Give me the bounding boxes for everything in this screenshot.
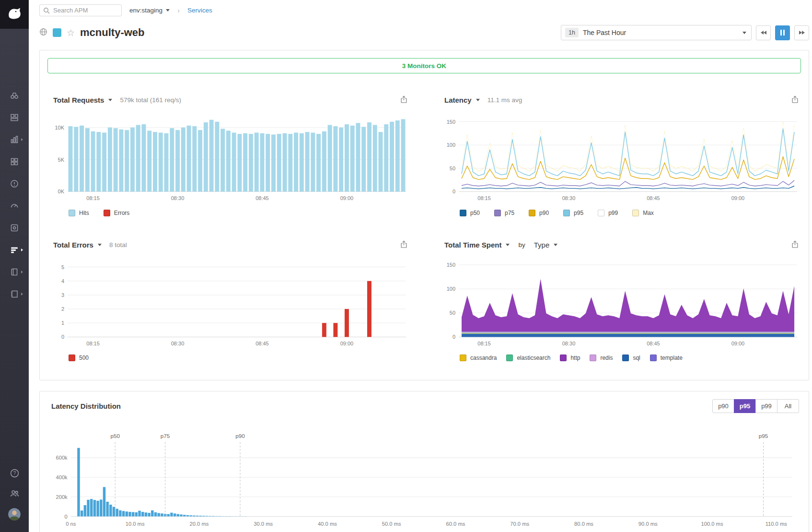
svg-text:80.0 ms: 80.0 ms (574, 521, 593, 527)
favorite-star-icon[interactable]: ☆ (67, 28, 75, 37)
latency-chart[interactable]: 05010015008:1508:3008:4509:00 (439, 110, 801, 206)
legend-item-errors[interactable]: Errors (104, 210, 130, 216)
legend-item-elasticsearch[interactable]: elasticsearch (506, 355, 550, 361)
legend-item-template[interactable]: template (650, 355, 683, 361)
sidebar-item-notebooks[interactable] (8, 289, 21, 299)
rewind-button[interactable] (756, 25, 771, 40)
export-icon (791, 240, 799, 248)
sidebar-item-watchdog[interactable] (8, 90, 21, 101)
chart-title: Total Requests (53, 96, 104, 104)
sidebar-item-integrations[interactable] (8, 223, 21, 233)
svg-text:100.0 ms: 100.0 ms (701, 521, 723, 527)
legend-item-hits[interactable]: Hits (69, 210, 89, 216)
chart-header: Latency 11.1 ms avg (439, 93, 801, 107)
percentile-button-p95[interactable]: p95 (734, 399, 756, 413)
monitors-status-banner[interactable]: 3 Monitors OK (47, 58, 801, 73)
legend-item-p90[interactable]: p90 (529, 210, 549, 216)
datadog-dog-icon (6, 6, 23, 23)
group-by-type-dropdown[interactable]: Type (534, 241, 558, 249)
svg-text:20.0 ms: 20.0 ms (189, 521, 209, 527)
legend-item-sql[interactable]: sql (622, 355, 640, 361)
group-by-value: Type (534, 241, 550, 249)
rewind-icon (760, 30, 767, 35)
export-button[interactable] (791, 239, 801, 250)
svg-text:08:45: 08:45 (255, 195, 269, 201)
svg-text:08:15: 08:15 (86, 341, 100, 346)
svg-text:09:00: 09:00 (731, 341, 745, 346)
latency-distribution-title: Latency Distribution (49, 402, 121, 410)
sidebar-item-dashboards[interactable] (8, 112, 21, 123)
latency-dropdown[interactable]: Latency (444, 96, 480, 104)
legend-swatch (563, 210, 570, 216)
total-errors-chart[interactable]: 01234508:1508:3008:4509:00 (47, 255, 410, 352)
svg-text:600k: 600k (56, 455, 68, 461)
svg-text:0: 0 (64, 514, 67, 520)
svg-text:90.0 ms: 90.0 ms (638, 521, 658, 527)
export-button[interactable] (400, 95, 410, 106)
datadog-logo[interactable] (0, 0, 29, 29)
legend-label: p99 (608, 210, 618, 216)
svg-text:100: 100 (447, 286, 455, 292)
legend-item-redis[interactable]: redis (590, 355, 613, 361)
chart-title: Latency (444, 96, 472, 104)
total-time-spent-dropdown[interactable]: Total Time Spent (444, 241, 510, 249)
chart-subtitle: 579k total (161 req/s) (120, 96, 181, 104)
submenu-arrow-icon (21, 271, 23, 273)
total-requests-dropdown[interactable]: Total Requests (53, 96, 112, 104)
sidebar-item-apm[interactable] (8, 245, 21, 255)
export-button[interactable] (400, 239, 410, 250)
sidebar-item-host-map[interactable] (8, 156, 21, 167)
chart-total-requests: Total Requests 579k total (161 req/s) 0K… (47, 93, 410, 219)
env-filter-dropdown[interactable]: env:staging (129, 7, 170, 14)
legend-item-500[interactable]: 500 (69, 355, 89, 361)
legend-label: p95 (574, 210, 583, 216)
help-icon: ? (10, 468, 20, 478)
chevron-down-icon (98, 244, 102, 246)
sidebar-item-logs[interactable] (8, 267, 21, 277)
sidebar: ? (0, 0, 29, 532)
svg-text:30.0 ms: 30.0 ms (254, 521, 273, 527)
logs-book-icon (10, 267, 19, 277)
search-input[interactable] (39, 4, 122, 16)
fast-forward-button[interactable] (794, 25, 809, 40)
percentile-button-p99[interactable]: p99 (755, 399, 777, 413)
sidebar-item-help[interactable]: ? (8, 468, 21, 478)
legend-label: Errors (114, 210, 130, 216)
sidebar-item-users[interactable] (8, 488, 21, 498)
service-summary-panel: 3 Monitors OK Total Requests 579k total … (39, 50, 809, 380)
legend-item-max[interactable]: Max (632, 210, 654, 216)
legend-item-p75[interactable]: p75 (494, 210, 514, 216)
svg-text:200k: 200k (56, 494, 68, 500)
legend-swatch (598, 210, 604, 216)
time-range-dropdown[interactable]: 1h The Past Hour (561, 25, 752, 40)
total-errors-dropdown[interactable]: Total Errors (53, 241, 102, 249)
sidebar-item-infrastructure[interactable] (8, 134, 21, 145)
legend-item-http[interactable]: http (560, 355, 580, 361)
monitors-status-text: 3 Monitors OK (402, 62, 446, 70)
export-button[interactable] (791, 95, 801, 106)
pause-button[interactable] (775, 25, 790, 40)
chart-title: Total Time Spent (444, 241, 501, 249)
service-header: ☆ mcnulty-web 1h The Past Hour (39, 22, 809, 43)
svg-text:3: 3 (61, 292, 64, 297)
legend-label: Max (643, 210, 654, 216)
svg-text:08:45: 08:45 (647, 195, 660, 201)
latency-distribution-chart[interactable]: 0200k400k600k0 ns10.0 ms20.0 ms30.0 ms40… (49, 429, 799, 532)
legend-item-cassandra[interactable]: cassandra (460, 355, 497, 361)
users-icon (10, 488, 20, 498)
total-time-spent-chart[interactable]: 05010015008:1508:3008:4509:00 (439, 255, 801, 352)
user-avatar[interactable] (8, 508, 21, 520)
sidebar-item-monitors[interactable] (8, 178, 21, 189)
legend-item-p99[interactable]: p99 (598, 210, 618, 216)
percentile-button-all[interactable]: All (777, 399, 799, 413)
sidebar-item-metrics[interactable] (8, 201, 21, 211)
legend-item-p50[interactable]: p50 (460, 210, 480, 216)
chart-legend: HitsErrors (47, 207, 410, 219)
svg-text:4: 4 (61, 278, 64, 284)
breadcrumb-services-link[interactable]: Services (187, 7, 212, 14)
legend-item-p95[interactable]: p95 (563, 210, 583, 216)
chevron-down-icon (108, 99, 112, 101)
globe-icon[interactable] (39, 28, 47, 38)
total-requests-chart[interactable]: 0K5K10K08:1508:3008:4509:00 (47, 110, 410, 206)
percentile-button-p90[interactable]: p90 (712, 399, 734, 413)
